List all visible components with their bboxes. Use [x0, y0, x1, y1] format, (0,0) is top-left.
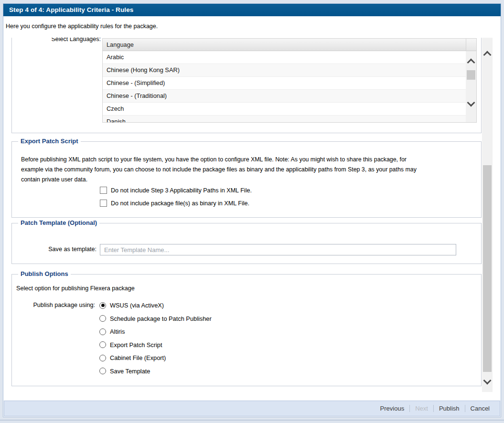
- language-row[interactable]: Chinese - (Simplified): [103, 77, 466, 90]
- language-column-header[interactable]: Language: [103, 39, 466, 51]
- save-as-template-label: Save as template:: [12, 246, 97, 253]
- select-languages-label: Select Languages:: [4, 38, 101, 43]
- export-checkboxes: Do not include Step 3 Applicability Path…: [100, 184, 252, 210]
- publish-radio-group: WSUS (via ActiveX) Schedule package to P…: [99, 299, 212, 378]
- dialog-title: Step 4 of 4: Applicability Criteria - Ru…: [3, 4, 501, 16]
- radio-button[interactable]: [99, 328, 106, 335]
- publish-options-title: Publish Options: [18, 270, 71, 278]
- radio-option[interactable]: Save Template: [99, 365, 212, 378]
- radio-option[interactable]: Altiris: [99, 325, 212, 338]
- radio-label: WSUS (via ActiveX): [110, 302, 164, 309]
- checkbox[interactable]: [100, 200, 107, 207]
- radio-button[interactable]: [99, 315, 106, 322]
- export-description: Before publishing XML patch script to yo…: [21, 155, 417, 185]
- publish-options-subtitle: Select option for publishing Flexera pac…: [16, 285, 135, 292]
- scroll-up-icon[interactable]: [483, 51, 492, 59]
- publish-package-using-label: Publish package using:: [12, 302, 95, 308]
- checkbox-row[interactable]: Do not include Step 3 Applicability Path…: [100, 184, 252, 197]
- radio-label: Altiris: [110, 328, 125, 335]
- scroll-up-icon[interactable]: [467, 59, 475, 67]
- radio-label: Cabinet File (Export): [110, 354, 166, 361]
- wizard-dialog: Step 4 of 4: Applicability Criteria - Ru…: [3, 3, 501, 417]
- radio-option[interactable]: WSUS (via ActiveX): [99, 299, 212, 312]
- radio-button[interactable]: [99, 355, 106, 361]
- language-row[interactable]: Arabic: [103, 51, 466, 64]
- radio-label: Save Template: [110, 368, 150, 375]
- footer-button[interactable]: Publish: [433, 405, 465, 412]
- checkbox[interactable]: [100, 187, 107, 194]
- scrollbar-thumb[interactable]: [467, 70, 475, 80]
- language-list[interactable]: Language ArabicChinese (Hong Kong SAR)Ch…: [102, 38, 477, 123]
- scroll-down-icon[interactable]: [467, 99, 475, 107]
- checkbox-label: Do not include package file(s) as binary…: [111, 200, 249, 207]
- footer-bar: PreviousNextPublishCancel: [4, 401, 500, 416]
- template-name-input[interactable]: [100, 244, 456, 255]
- export-patch-script-title: Export Patch Script: [18, 137, 81, 145]
- intro-text: Here you configure the applicability rul…: [6, 23, 158, 30]
- language-header-corner: [466, 39, 476, 51]
- radio-button[interactable]: [99, 302, 106, 309]
- language-row[interactable]: Danish: [103, 116, 466, 122]
- description-line: example via the community forum, you can…: [21, 165, 417, 175]
- scroll-down-icon[interactable]: [483, 377, 492, 385]
- scrollbar-thumb[interactable]: [483, 165, 492, 372]
- page-scrollbar[interactable]: [482, 38, 493, 392]
- footer-buttons: PreviousNextPublishCancel: [375, 405, 495, 412]
- content-viewport: Select Languages: Language ArabicChinese…: [4, 38, 482, 392]
- export-patch-script-group: Export Patch Script Before publishing XM…: [11, 141, 482, 218]
- radio-button[interactable]: [99, 341, 106, 348]
- footer-button[interactable]: Next: [409, 405, 433, 412]
- footer-button[interactable]: Cancel: [465, 405, 495, 412]
- footer-button[interactable]: Previous: [375, 405, 410, 412]
- checkbox-row[interactable]: Do not include package file(s) as binary…: [100, 197, 252, 210]
- radio-option[interactable]: Export Patch Script: [99, 338, 212, 352]
- window-bottom-edge: [0, 420, 504, 421]
- radio-label: Schedule package to Patch Publisher: [110, 315, 212, 322]
- publish-options-group: Publish Options Select option for publis…: [11, 274, 482, 386]
- description-line: Before publishing XML patch script to yo…: [21, 155, 417, 165]
- language-list-header: Language: [103, 39, 476, 51]
- description-line: contain private user data.: [21, 175, 417, 185]
- checkbox-label: Do not include Step 3 Applicability Path…: [111, 187, 252, 194]
- radio-option[interactable]: Cabinet File (Export): [99, 351, 212, 365]
- patch-template-title: Patch Template (Optional): [18, 219, 99, 227]
- radio-button[interactable]: [99, 368, 106, 374]
- language-rows: ArabicChinese (Hong Kong SAR)Chinese - (…: [103, 51, 466, 122]
- language-row[interactable]: Chinese - (Traditional): [103, 90, 466, 103]
- radio-option[interactable]: Schedule package to Patch Publisher: [99, 312, 212, 326]
- language-row[interactable]: Chinese (Hong Kong SAR): [103, 64, 466, 77]
- radio-label: Export Patch Script: [110, 341, 162, 349]
- patch-template-group: Patch Template (Optional) Save as templa…: [11, 223, 482, 264]
- language-row[interactable]: Czech: [103, 103, 466, 116]
- language-list-scrollbar[interactable]: [466, 51, 476, 122]
